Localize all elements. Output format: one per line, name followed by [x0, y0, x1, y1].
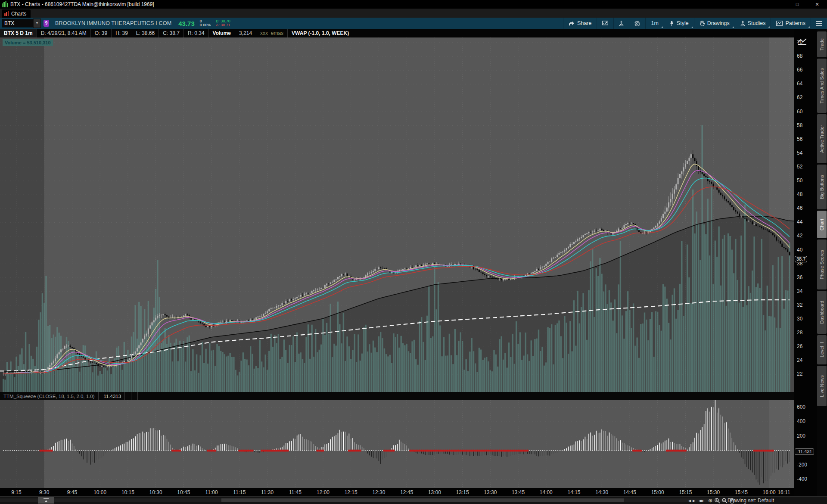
time-tick: 12:15: [345, 489, 358, 495]
drawing-set-status[interactable]: Drawing set: Default: [728, 498, 774, 504]
squeeze-tick: -400: [797, 476, 807, 482]
price-tick: 58: [797, 122, 802, 128]
time-tick: 13:45: [512, 489, 525, 495]
close-button[interactable]: ✕: [807, 0, 827, 9]
toolbar-button-share[interactable]: Share: [563, 18, 597, 29]
workspace-tab-row: Charts: [0, 9, 827, 18]
time-tick: 12:30: [372, 489, 385, 495]
zoom-in-icon[interactable]: [715, 498, 720, 504]
price-tick: 50: [797, 177, 802, 184]
price-tick: 54: [797, 150, 802, 156]
scrollbar-thumb[interactable]: [221, 498, 624, 502]
link-badge[interactable]: 9: [44, 20, 49, 27]
time-tick: 13:15: [456, 489, 469, 495]
toolbar-button-menu-icon[interactable]: [811, 18, 827, 29]
ttm-squeeze-label[interactable]: TTM_Squeeze (CLOSE, 18, 1.5, 2.0, 1.0): [0, 392, 99, 400]
ttm-squeeze-panel[interactable]: [0, 400, 794, 488]
fit-width-icon[interactable]: ◂▸: [699, 498, 704, 504]
panel-expander-button[interactable]: [38, 497, 54, 504]
status-bar: ◂ ◂ ▸ ◂▸ ⊕ Drawing set: Default: [0, 496, 827, 504]
price-axis[interactable]: 7068666462605856545250484644424038363432…: [794, 29, 817, 496]
symbol-input[interactable]: BTX: [2, 19, 33, 28]
time-tick: 15:30: [707, 489, 720, 495]
symbol-dropdown-button[interactable]: ▼: [33, 19, 41, 28]
sidebar-tab-live-news[interactable]: Live News: [817, 366, 827, 406]
ttm-stub-cell[interactable]: [125, 392, 131, 400]
data-bar-cell: 3,214: [235, 29, 256, 37]
price-tick: 46: [797, 205, 802, 211]
pan-right-icon[interactable]: ▸: [693, 498, 695, 504]
company-name: BROOKLYN IMMUNO THERAPEUTICS I COM: [55, 20, 171, 26]
sidebar-tab-times-and-sales[interactable]: Times And Sales: [817, 59, 827, 113]
time-tick: 15:15: [679, 489, 692, 495]
price-tick: 52: [797, 164, 802, 170]
squeeze-value-bubble: -11.431: [795, 448, 814, 455]
price-tick: 68: [797, 53, 802, 59]
data-bar-cell: xxx_emas: [256, 29, 288, 37]
ohlc-data-bar: BTX 5 D 1mD: 4/29/21, 8:41 AMO: 39H: 39L…: [0, 29, 794, 37]
zoom-out-icon[interactable]: [722, 498, 728, 504]
price-tick: 64: [797, 81, 802, 87]
price-tick: 28: [797, 330, 802, 336]
charts-tab-icon: [4, 11, 9, 16]
time-tick: 16:00: [763, 489, 776, 495]
minimize-button[interactable]: –: [768, 0, 787, 9]
chart-toolbar: Share1mStyleDrawingsStudiesPatterns: [563, 18, 827, 29]
tab-charts[interactable]: Charts: [2, 9, 31, 18]
time-tick: 14:30: [595, 489, 608, 495]
price-tick: 22: [797, 371, 802, 377]
volume-study-label: Volume = 53,510,310: [3, 39, 53, 46]
window-title: BTX - Charts - 686109427TDA Main@thinkor…: [10, 1, 154, 7]
toolbar-button-style[interactable]: Style: [664, 18, 694, 29]
price-tick: 36: [797, 274, 802, 280]
time-tick: 11:45: [289, 489, 302, 495]
price-tick: 26: [797, 343, 802, 349]
price-tick: 56: [797, 136, 802, 142]
time-tick: 13:00: [428, 489, 441, 495]
change-stack: 00.00%: [200, 19, 211, 27]
symbol-toolbar: BTX ▼ 9 BROOKLYN IMMUNO THERAPEUTICS I C…: [0, 18, 827, 29]
collapse-icon: [44, 498, 49, 502]
ttm-stub-cell[interactable]: [131, 392, 138, 400]
sidebar-tab-phase-scores[interactable]: Phase Scores: [817, 240, 827, 289]
time-tick: 11:15: [233, 489, 246, 495]
sidebar-tab-dashboard[interactable]: Dashboard: [817, 291, 827, 334]
horizontal-scrollbar[interactable]: [0, 498, 737, 502]
bid-ask-stack: B: 38.70A: 38.71: [216, 19, 230, 27]
squeeze-tick: 600: [797, 404, 805, 410]
time-tick: 10:30: [149, 489, 162, 495]
data-bar-cell: L: 38.66: [132, 29, 159, 37]
pan-left-icon[interactable]: ◂: [688, 498, 691, 504]
crosshair-icon[interactable]: ⊕: [708, 498, 712, 504]
time-tick: 9:45: [67, 489, 77, 495]
time-tick: 14:15: [567, 489, 580, 495]
time-tick: 13:30: [484, 489, 497, 495]
time-tick: 9:30: [39, 489, 49, 495]
time-tick: 10:15: [121, 489, 134, 495]
main-chart[interactable]: [0, 37, 794, 392]
time-tick: 9:15: [11, 489, 21, 495]
toolbar-button-report-icon[interactable]: [597, 18, 613, 29]
toolbar-button-1m[interactable]: 1m: [645, 18, 663, 29]
maximize-button[interactable]: □: [787, 0, 807, 9]
sidebar-tab-trade[interactable]: Trade: [817, 31, 827, 57]
toolbar-button-flask-icon[interactable]: [613, 18, 629, 29]
toolbar-button-studies[interactable]: Studies: [735, 18, 771, 29]
price-tick: 70: [797, 39, 802, 45]
sidebar-tab-big-buttons[interactable]: Big Buttons: [817, 165, 827, 209]
time-tick: 10:45: [177, 489, 190, 495]
sidebar-tab-chart[interactable]: Chart: [817, 211, 827, 238]
price-tick: 30: [797, 316, 802, 322]
data-bar-cell: O: 39: [91, 29, 112, 37]
toolbar-button-patterns[interactable]: Patterns: [771, 18, 811, 29]
data-bar-cell: Volume: [209, 29, 235, 37]
price-tick: 40: [797, 247, 802, 253]
price-tick: 32: [797, 302, 802, 308]
data-bar-cell: H: 39: [112, 29, 132, 37]
data-bar-cell: BTX 5 D 1m: [0, 29, 37, 37]
toolbar-button-gear-icon[interactable]: [629, 18, 645, 29]
sidebar-tab-level-ii[interactable]: Level II: [817, 335, 827, 364]
toolbar-button-drawings[interactable]: Drawings: [694, 18, 735, 29]
squeeze-tick: 200: [797, 433, 805, 439]
sidebar-tab-active-trader[interactable]: Active Trader: [817, 114, 827, 163]
